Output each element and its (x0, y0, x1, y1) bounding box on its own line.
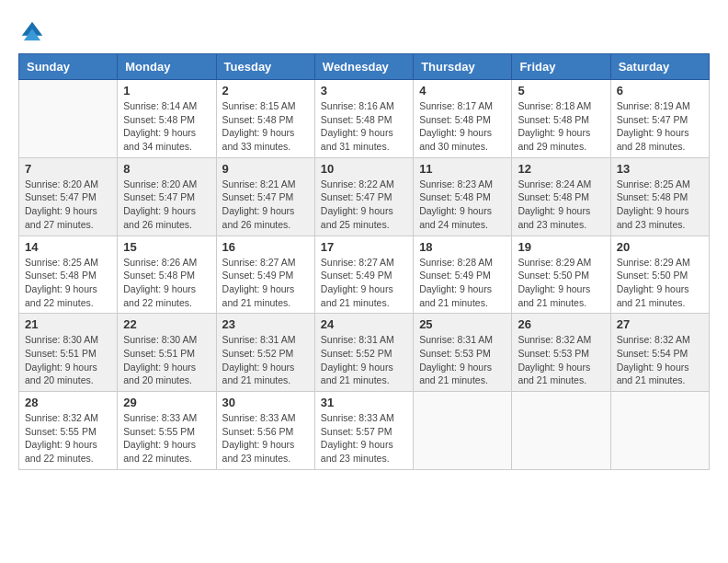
calendar-cell: 1Sunrise: 8:14 AMSunset: 5:48 PMDaylight… (118, 80, 216, 158)
day-info: Sunrise: 8:23 AMSunset: 5:48 PMDaylight:… (419, 178, 506, 232)
calendar-week-row: 14Sunrise: 8:25 AMSunset: 5:48 PMDayligh… (19, 236, 710, 314)
day-number: 3 (321, 84, 407, 98)
day-info: Sunrise: 8:27 AMSunset: 5:49 PMDaylight:… (222, 256, 309, 310)
calendar-cell: 16Sunrise: 8:27 AMSunset: 5:49 PMDayligh… (216, 236, 314, 314)
day-info: Sunrise: 8:22 AMSunset: 5:47 PMDaylight:… (321, 178, 407, 232)
weekday-header: Monday (118, 54, 216, 80)
day-info: Sunrise: 8:17 AMSunset: 5:48 PMDaylight:… (419, 99, 506, 154)
day-number: 17 (321, 240, 407, 254)
calendar-cell: 2Sunrise: 8:15 AMSunset: 5:48 PMDaylight… (216, 80, 314, 158)
calendar-cell (610, 392, 709, 470)
calendar-cell: 8Sunrise: 8:20 AMSunset: 5:47 PMDaylight… (118, 157, 216, 236)
weekday-header: Sunday (19, 54, 118, 80)
day-number: 24 (321, 317, 407, 331)
calendar-header-row: SundayMondayTuesdayWednesdayThursdayFrid… (19, 54, 710, 80)
day-info: Sunrise: 8:32 AMSunset: 5:53 PMDaylight:… (518, 333, 604, 387)
day-info: Sunrise: 8:31 AMSunset: 5:52 PMDaylight:… (222, 333, 309, 387)
day-info: Sunrise: 8:15 AMSunset: 5:48 PMDaylight:… (222, 99, 309, 154)
calendar-cell: 13Sunrise: 8:25 AMSunset: 5:48 PMDayligh… (610, 157, 709, 236)
weekday-header: Thursday (414, 54, 512, 80)
day-info: Sunrise: 8:18 AMSunset: 5:48 PMDaylight:… (518, 99, 604, 154)
page-header (18, 18, 710, 46)
day-info: Sunrise: 8:27 AMSunset: 5:49 PMDaylight:… (321, 256, 407, 310)
day-info: Sunrise: 8:21 AMSunset: 5:47 PMDaylight:… (222, 178, 309, 232)
day-info: Sunrise: 8:31 AMSunset: 5:53 PMDaylight:… (419, 333, 506, 387)
calendar-cell: 15Sunrise: 8:26 AMSunset: 5:48 PMDayligh… (118, 236, 216, 314)
calendar-cell: 30Sunrise: 8:33 AMSunset: 5:56 PMDayligh… (216, 392, 314, 470)
calendar-cell: 31Sunrise: 8:33 AMSunset: 5:57 PMDayligh… (314, 392, 413, 470)
calendar-cell: 9Sunrise: 8:21 AMSunset: 5:47 PMDaylight… (216, 157, 314, 236)
calendar-table: SundayMondayTuesdayWednesdayThursdayFrid… (18, 53, 710, 470)
day-number: 13 (617, 162, 703, 176)
weekday-header: Saturday (610, 54, 709, 80)
day-number: 26 (518, 317, 604, 331)
day-number: 1 (123, 84, 210, 98)
day-number: 9 (222, 162, 309, 176)
day-number: 31 (321, 396, 407, 409)
calendar-cell (512, 392, 610, 470)
day-number: 6 (617, 84, 703, 98)
day-info: Sunrise: 8:20 AMSunset: 5:47 PMDaylight:… (123, 178, 210, 232)
day-number: 19 (518, 240, 604, 254)
calendar-cell: 4Sunrise: 8:17 AMSunset: 5:48 PMDaylight… (414, 80, 512, 158)
calendar-cell: 25Sunrise: 8:31 AMSunset: 5:53 PMDayligh… (414, 314, 512, 392)
calendar-cell: 10Sunrise: 8:22 AMSunset: 5:47 PMDayligh… (314, 157, 413, 236)
calendar-cell: 3Sunrise: 8:16 AMSunset: 5:48 PMDaylight… (314, 80, 413, 158)
calendar-week-row: 7Sunrise: 8:20 AMSunset: 5:47 PMDaylight… (19, 157, 710, 236)
calendar-cell: 22Sunrise: 8:30 AMSunset: 5:51 PMDayligh… (118, 314, 216, 392)
day-number: 10 (321, 162, 407, 176)
weekday-header: Wednesday (314, 54, 413, 80)
day-info: Sunrise: 8:30 AMSunset: 5:51 PMDaylight:… (123, 333, 210, 387)
day-number: 2 (222, 84, 309, 98)
weekday-header: Friday (512, 54, 610, 80)
logo (18, 18, 50, 46)
day-number: 4 (419, 84, 506, 98)
day-info: Sunrise: 8:30 AMSunset: 5:51 PMDaylight:… (25, 333, 111, 387)
logo-icon (18, 18, 46, 46)
weekday-header: Tuesday (216, 54, 314, 80)
calendar-cell: 12Sunrise: 8:24 AMSunset: 5:48 PMDayligh… (512, 157, 610, 236)
day-info: Sunrise: 8:29 AMSunset: 5:50 PMDaylight:… (617, 256, 703, 310)
day-number: 18 (419, 240, 506, 254)
calendar-cell: 17Sunrise: 8:27 AMSunset: 5:49 PMDayligh… (314, 236, 413, 314)
day-info: Sunrise: 8:32 AMSunset: 5:55 PMDaylight:… (25, 411, 111, 465)
day-number: 16 (222, 240, 309, 254)
calendar-cell: 11Sunrise: 8:23 AMSunset: 5:48 PMDayligh… (414, 157, 512, 236)
day-info: Sunrise: 8:33 AMSunset: 5:56 PMDaylight:… (222, 411, 309, 465)
day-number: 28 (25, 396, 111, 409)
calendar-cell: 27Sunrise: 8:32 AMSunset: 5:54 PMDayligh… (610, 314, 709, 392)
day-number: 25 (419, 317, 506, 331)
day-number: 7 (25, 162, 111, 176)
day-info: Sunrise: 8:25 AMSunset: 5:48 PMDaylight:… (617, 178, 703, 232)
day-number: 12 (518, 162, 604, 176)
calendar-cell (414, 392, 512, 470)
calendar-cell: 24Sunrise: 8:31 AMSunset: 5:52 PMDayligh… (314, 314, 413, 392)
calendar-cell (19, 80, 118, 158)
day-info: Sunrise: 8:33 AMSunset: 5:57 PMDaylight:… (321, 411, 407, 465)
day-info: Sunrise: 8:31 AMSunset: 5:52 PMDaylight:… (321, 333, 407, 387)
day-info: Sunrise: 8:19 AMSunset: 5:47 PMDaylight:… (617, 99, 703, 154)
day-info: Sunrise: 8:33 AMSunset: 5:55 PMDaylight:… (123, 411, 210, 465)
day-info: Sunrise: 8:16 AMSunset: 5:48 PMDaylight:… (321, 99, 407, 154)
day-info: Sunrise: 8:24 AMSunset: 5:48 PMDaylight:… (518, 178, 604, 232)
day-number: 14 (25, 240, 111, 254)
day-info: Sunrise: 8:32 AMSunset: 5:54 PMDaylight:… (617, 333, 703, 387)
calendar-cell: 7Sunrise: 8:20 AMSunset: 5:47 PMDaylight… (19, 157, 118, 236)
day-number: 30 (222, 396, 309, 409)
day-number: 22 (123, 317, 210, 331)
day-number: 11 (419, 162, 506, 176)
calendar-cell: 26Sunrise: 8:32 AMSunset: 5:53 PMDayligh… (512, 314, 610, 392)
day-info: Sunrise: 8:20 AMSunset: 5:47 PMDaylight:… (25, 178, 111, 232)
calendar-week-row: 28Sunrise: 8:32 AMSunset: 5:55 PMDayligh… (19, 392, 710, 470)
calendar-cell: 14Sunrise: 8:25 AMSunset: 5:48 PMDayligh… (19, 236, 118, 314)
day-info: Sunrise: 8:29 AMSunset: 5:50 PMDaylight:… (518, 256, 604, 310)
calendar-cell: 19Sunrise: 8:29 AMSunset: 5:50 PMDayligh… (512, 236, 610, 314)
day-number: 27 (617, 317, 703, 331)
calendar-week-row: 21Sunrise: 8:30 AMSunset: 5:51 PMDayligh… (19, 314, 710, 392)
calendar-cell: 23Sunrise: 8:31 AMSunset: 5:52 PMDayligh… (216, 314, 314, 392)
calendar-week-row: 1Sunrise: 8:14 AMSunset: 5:48 PMDaylight… (19, 80, 710, 158)
day-number: 21 (25, 317, 111, 331)
day-info: Sunrise: 8:25 AMSunset: 5:48 PMDaylight:… (25, 256, 111, 310)
day-number: 23 (222, 317, 309, 331)
day-number: 15 (123, 240, 210, 254)
